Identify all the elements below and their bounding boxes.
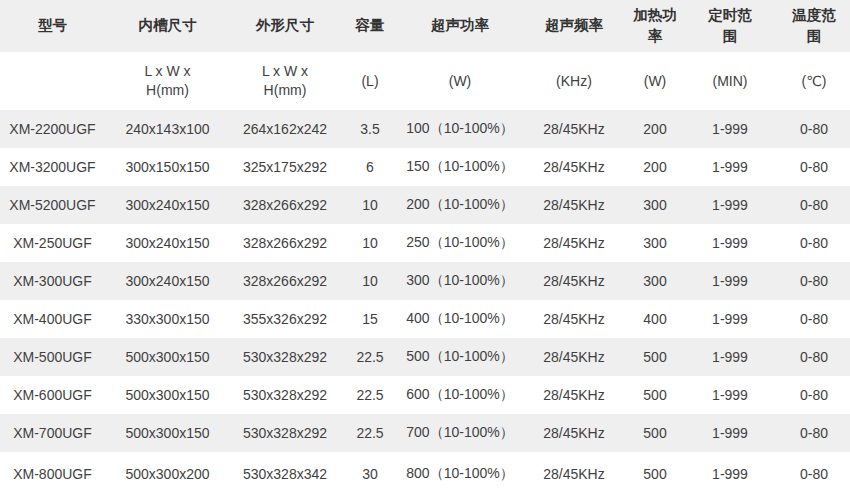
table-row: XM-500UGF500x300x150530x328x29222.5500（1… <box>0 338 850 376</box>
cell-capacity: 10 <box>340 224 400 262</box>
cell-inner-size: 300x150x150 <box>105 148 230 186</box>
cell-capacity: 22.5 <box>340 338 400 376</box>
table-row: XM-2200UGF240x143x100264x162x2423.5100（1… <box>0 110 850 148</box>
cell-temp-range: 0-80 <box>778 414 850 452</box>
cell-outer-size: 325x175x292 <box>230 148 340 186</box>
cell-model: XM-300UGF <box>0 262 105 300</box>
cell-temp-range: 0-80 <box>778 338 850 376</box>
cell-outer-size: 530x328x292 <box>230 376 340 414</box>
table-row: XM-5200UGF300x240x150328x266x29210200（10… <box>0 186 850 224</box>
cell-capacity: 10 <box>340 262 400 300</box>
cell-heating-power: 400 <box>628 300 682 338</box>
cell-capacity: 30 <box>340 452 400 492</box>
cell-capacity: 22.5 <box>340 414 400 452</box>
cell-timer-range: 1-999 <box>682 148 778 186</box>
table-row: XM-3200UGF300x150x150325x175x2926150（10-… <box>0 148 850 186</box>
cell-timer-range: 1-999 <box>682 414 778 452</box>
col-header-inner-size: 内槽尺寸 <box>105 0 230 52</box>
cell-model: XM-250UGF <box>0 224 105 262</box>
col-header-ultrasonic-power: 超声功率 <box>400 0 520 52</box>
cell-heating-power: 200 <box>628 110 682 148</box>
cell-ultrasonic-frequency: 28/45KHz <box>520 186 628 224</box>
cell-temp-range: 0-80 <box>778 186 850 224</box>
col-header-outer-size: 外形尺寸 <box>230 0 340 52</box>
unit-heating-power: (W) <box>628 52 682 110</box>
cell-capacity: 10 <box>340 186 400 224</box>
product-spec-page: 型号 内槽尺寸 外形尺寸 容量 超声功率 超声频率 加热功率 定时范围 温度范围… <box>0 0 850 492</box>
cell-inner-size: 500x300x200 <box>105 452 230 492</box>
cell-model: XM-700UGF <box>0 414 105 452</box>
table-row: XM-600UGF500x300x150530x328x29222.5600（1… <box>0 376 850 414</box>
cell-ultrasonic-power: 600（10-100%） <box>400 376 520 414</box>
cell-ultrasonic-power: 500（10-100%） <box>400 338 520 376</box>
unit-ultrasonic-power: (W) <box>400 52 520 110</box>
cell-heating-power: 500 <box>628 338 682 376</box>
table-row: XM-700UGF500x300x150530x328x29222.5700（1… <box>0 414 850 452</box>
cell-capacity: 15 <box>340 300 400 338</box>
cell-model: XM-600UGF <box>0 376 105 414</box>
cell-outer-size: 328x266x292 <box>230 224 340 262</box>
cell-capacity: 22.5 <box>340 376 400 414</box>
cell-heating-power: 300 <box>628 262 682 300</box>
cell-heating-power: 300 <box>628 224 682 262</box>
cell-timer-range: 1-999 <box>682 110 778 148</box>
cell-outer-size: 530x328x342 <box>230 452 340 492</box>
cell-timer-range: 1-999 <box>682 452 778 492</box>
cell-timer-range: 1-999 <box>682 338 778 376</box>
col-header-heating-power: 加热功率 <box>628 0 682 52</box>
cell-temp-range: 0-80 <box>778 148 850 186</box>
unit-timer-range: (MIN) <box>682 52 778 110</box>
cell-capacity: 3.5 <box>340 110 400 148</box>
cell-ultrasonic-frequency: 28/45KHz <box>520 338 628 376</box>
cell-ultrasonic-power: 700（10-100%） <box>400 414 520 452</box>
cell-inner-size: 300x240x150 <box>105 224 230 262</box>
cell-ultrasonic-frequency: 28/45KHz <box>520 262 628 300</box>
cell-timer-range: 1-999 <box>682 262 778 300</box>
cell-inner-size: 500x300x150 <box>105 338 230 376</box>
cell-inner-size: 500x300x150 <box>105 376 230 414</box>
table-row: XM-400UGF330x300x150355x326x29215400（10-… <box>0 300 850 338</box>
cell-heating-power: 500 <box>628 414 682 452</box>
table-row: XM-250UGF300x240x150328x266x29210250（10-… <box>0 224 850 262</box>
cell-outer-size: 328x266x292 <box>230 186 340 224</box>
cell-timer-range: 1-999 <box>682 224 778 262</box>
cell-inner-size: 240x143x100 <box>105 110 230 148</box>
table-body: XM-2200UGF240x143x100264x162x2423.5100（1… <box>0 110 850 492</box>
table-row: XM-800UGF500x300x200530x328x34230800（10-… <box>0 452 850 492</box>
cell-capacity: 6 <box>340 148 400 186</box>
cell-heating-power: 300 <box>628 186 682 224</box>
cell-model: XM-500UGF <box>0 338 105 376</box>
cell-heating-power: 500 <box>628 376 682 414</box>
cell-ultrasonic-frequency: 28/45KHz <box>520 110 628 148</box>
cell-ultrasonic-power: 100（10-100%） <box>400 110 520 148</box>
cell-heating-power: 200 <box>628 148 682 186</box>
col-header-timer-range: 定时范围 <box>682 0 778 52</box>
unit-ultrasonic-frequency: (KHz) <box>520 52 628 110</box>
unit-model <box>0 52 105 110</box>
cell-timer-range: 1-999 <box>682 300 778 338</box>
cell-outer-size: 328x266x292 <box>230 262 340 300</box>
unit-capacity: (L) <box>340 52 400 110</box>
cell-ultrasonic-power: 300（10-100%） <box>400 262 520 300</box>
cell-ultrasonic-frequency: 28/45KHz <box>520 452 628 492</box>
cell-inner-size: 300x240x150 <box>105 262 230 300</box>
cell-inner-size: 330x300x150 <box>105 300 230 338</box>
cell-inner-size: 500x300x150 <box>105 414 230 452</box>
unit-temp-range: (℃) <box>778 52 850 110</box>
product-spec-table: 型号 内槽尺寸 外形尺寸 容量 超声功率 超声频率 加热功率 定时范围 温度范围… <box>0 0 850 492</box>
cell-ultrasonic-frequency: 28/45KHz <box>520 300 628 338</box>
cell-outer-size: 530x328x292 <box>230 338 340 376</box>
cell-timer-range: 1-999 <box>682 376 778 414</box>
cell-ultrasonic-frequency: 28/45KHz <box>520 376 628 414</box>
cell-heating-power: 500 <box>628 452 682 492</box>
cell-ultrasonic-power: 200（10-100%） <box>400 186 520 224</box>
col-header-model: 型号 <box>0 0 105 52</box>
table-row: XM-300UGF300x240x150328x266x29210300（10-… <box>0 262 850 300</box>
cell-ultrasonic-power: 250（10-100%） <box>400 224 520 262</box>
col-header-temp-range: 温度范围 <box>778 0 850 52</box>
col-header-ultrasonic-frequency: 超声频率 <box>520 0 628 52</box>
cell-model: XM-400UGF <box>0 300 105 338</box>
cell-temp-range: 0-80 <box>778 452 850 492</box>
unit-outer-size: L x W x H(mm) <box>230 52 340 110</box>
cell-model: XM-2200UGF <box>0 110 105 148</box>
